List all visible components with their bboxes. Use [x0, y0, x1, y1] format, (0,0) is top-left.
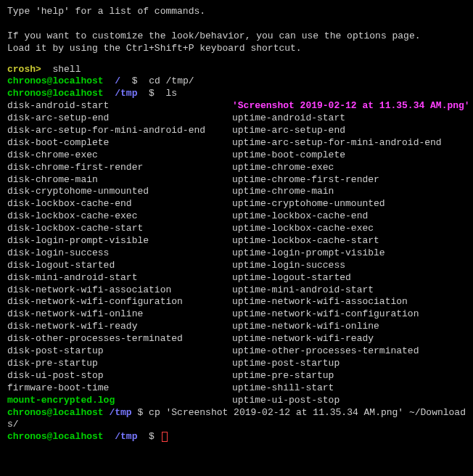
list-item: uptime-shill-start [232, 382, 470, 395]
list-item: uptime-ui-post-stop [232, 395, 470, 407]
list-item: uptime-mini-android-start [232, 284, 470, 297]
list-item: disk-post-startup [7, 345, 232, 358]
path: /tmp [115, 88, 137, 99]
list-item: uptime-login-success [232, 260, 470, 272]
list-item: disk-arc-setup-end [7, 112, 232, 125]
list-item: disk-arc-setup-for-mini-android-end [7, 125, 232, 137]
list-item: uptime-pre-startup [232, 370, 470, 382]
intro-line-2: If you want to customize the look/behavi… [7, 30, 466, 43]
list-item: uptime-chrome-first-render [232, 174, 470, 186]
list-item: disk-other-processes-terminated [7, 333, 232, 345]
prompt-cp: chronos@localhost /tmp $ cp 'Screenshot … [7, 407, 466, 432]
list-item: uptime-network-wifi-ready [232, 333, 470, 345]
list-item: uptime-logout-started [232, 272, 470, 284]
intro-line-1: Type 'help' for a list of commands. [7, 6, 466, 18]
list-item: uptime-chrome-exec [232, 162, 470, 174]
path: /tmp [109, 407, 131, 418]
list-item: disk-chrome-first-render [7, 162, 232, 174]
crosh-command: shell [52, 64, 81, 75]
list-item: uptime-login-prompt-visible [232, 247, 470, 260]
list-item: disk-boot-complete [7, 137, 232, 149]
list-item: mount-encrypted.log [7, 395, 232, 407]
list-item: uptime-chrome-main [232, 186, 470, 198]
list-item: uptime-lockbox-cache-start [232, 235, 470, 247]
list-item: disk-lockbox-cache-end [7, 198, 232, 210]
list-item: disk-login-success [7, 247, 232, 260]
list-item: disk-android-start [7, 100, 232, 112]
prompt-cd: chronos@localhost / $ cd /tmp/ [7, 75, 466, 88]
list-item: uptime-lockbox-cache-exec [232, 223, 470, 235]
list-item: disk-lockbox-cache-start [7, 223, 232, 235]
list-item: disk-chrome-main [7, 174, 232, 186]
list-item: uptime-arc-setup-for-mini-android-end [232, 137, 470, 149]
ls-output: disk-android-start'Screenshot 2019-02-12… [7, 100, 466, 406]
list-item: firmware-boot-time [7, 382, 232, 395]
path: /tmp [115, 431, 137, 442]
list-item: uptime-network-wifi-association [232, 296, 470, 308]
list-item: disk-login-prompt-visible [7, 235, 232, 247]
list-item: uptime-other-processes-terminated [232, 345, 470, 358]
list-item: uptime-cryptohome-unmounted [232, 198, 470, 210]
list-item: disk-network-wifi-association [7, 284, 232, 297]
prompt-symbol: $ [137, 407, 143, 418]
prompt-ls: chronos@localhost /tmp $ ls [7, 88, 466, 100]
list-item: disk-network-wifi-ready [7, 321, 232, 333]
list-item: uptime-network-wifi-configuration [232, 308, 470, 321]
prompt-symbol: $ [149, 431, 155, 442]
crosh-prompt: crosh> [7, 64, 41, 75]
prompt-symbol: $ [149, 88, 155, 99]
list-item: disk-chrome-exec [7, 149, 232, 162]
list-item: uptime-boot-complete [232, 149, 470, 162]
list-item: disk-lockbox-cache-exec [7, 210, 232, 223]
list-item: uptime-lockbox-cache-end [232, 210, 470, 223]
list-item: disk-pre-startup [7, 358, 232, 370]
list-item: uptime-post-startup [232, 358, 470, 370]
list-item: disk-mini-android-start [7, 272, 232, 284]
help-intro: Type 'help' for a list of commands. If y… [7, 6, 466, 55]
list-item: disk-cryptohome-unmounted [7, 186, 232, 198]
list-item: uptime-network-wifi-online [232, 321, 470, 333]
ls-command: ls [166, 88, 178, 99]
path: / [115, 75, 120, 86]
user-host: chronos@localhost [7, 407, 104, 418]
list-item: disk-ui-post-stop [7, 370, 232, 382]
list-item: uptime-android-start [232, 112, 470, 125]
prompt-symbol: $ [132, 75, 138, 86]
cd-command: cd /tmp/ [149, 75, 194, 86]
intro-line-3: Load it by using the Ctrl+Shift+P keyboa… [7, 43, 466, 55]
prompt-active[interactable]: chronos@localhost /tmp $ [7, 431, 466, 443]
list-item: disk-network-wifi-online [7, 308, 232, 321]
list-item: 'Screenshot 2019-02-12 at 11.35.34 AM.pn… [232, 100, 470, 112]
user-host: chronos@localhost [7, 75, 104, 86]
user-host: chronos@localhost [7, 431, 104, 442]
list-item: disk-logout-started [7, 260, 232, 272]
list-item: uptime-arc-setup-end [232, 125, 470, 137]
list-item: disk-network-wifi-configuration [7, 296, 232, 308]
cursor[interactable] [162, 432, 168, 442]
user-host: chronos@localhost [7, 88, 104, 99]
crosh-line: crosh> shell [7, 64, 466, 76]
